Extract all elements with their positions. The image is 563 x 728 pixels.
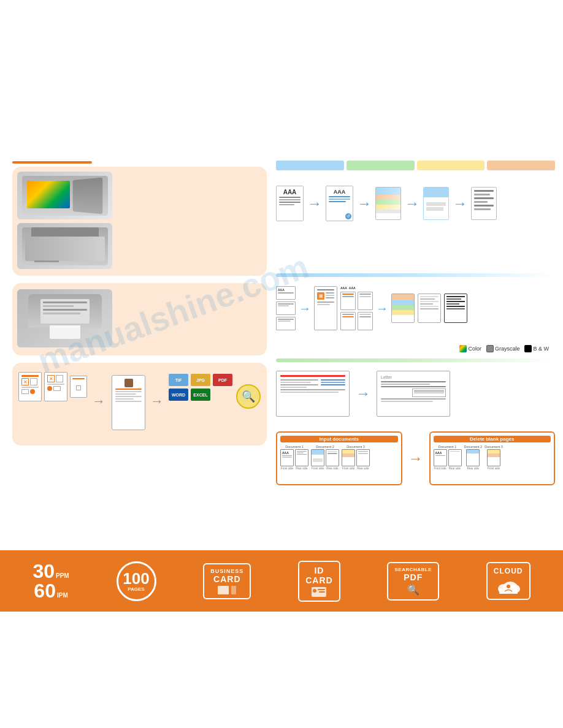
arrow-address: → [356,385,370,402]
format-icons: TIF JPG PDF WORD EXCEL [169,374,232,401]
adf-scanner-image [17,223,112,269]
arrow-mid-1: → [299,301,311,316]
right-band-2 [276,358,555,362]
color-bar-yellow [417,161,485,170]
id-card-line2: CARD [305,575,332,585]
pages-number: 100 [123,571,149,586]
result-page-bw [471,187,497,220]
arrow-right-2: → [357,195,372,212]
feature-bar: 30 PPM 60 IPM 100 PAGES BUSINESS CARD [0,550,563,612]
receipt-scanner-image [17,289,112,347]
svg-point-4 [507,585,510,588]
search-icon: 🔍 [236,384,261,409]
pages-unit: PAGES [128,586,144,592]
speed-feature: 30 PPM 60 IPM [33,561,69,601]
multi-doc-icons: ✕ ✕ [18,372,87,401]
cloud-label: CLOUD [494,567,523,575]
flatbed-scanner-image [17,172,112,219]
arrow-right-4: → [453,195,467,212]
business-card-line1: BUSINESS [210,568,243,574]
arrow-mid-2: → [376,301,388,316]
address-scan-diagram: → Letter [276,366,555,421]
arrow-input-delete: → [408,450,423,467]
processed-doc-1: AAA ↺ [326,186,353,221]
id-card-line1: ID [305,566,332,575]
color-bars-row [276,161,555,170]
right-band-1 [276,273,555,277]
arrow-right-1: → [307,195,322,212]
mid-right-diagram: AAA → ▦ [276,279,555,355]
merged-doc-icon [112,375,145,430]
orange-accent-bar [12,161,92,164]
panel-long-doc [12,283,267,355]
color-mode-labels: Color Grayscale B & W [459,345,549,352]
input-docs-title: Input documents [280,436,398,442]
input-delete-section: Input documents Document 1 AAA Front sid… [276,429,555,487]
speed-ipm-unit: IPM [57,592,68,599]
source-doc-1: AAA [276,186,304,221]
id-card-feature: ID CARD [298,561,340,602]
color-bar-green [347,161,415,170]
arrow-2: → [150,393,164,409]
arrow-right-3: → [405,195,419,212]
top-right-diagram: AAA → AAA ↺ → → [276,175,555,270]
panel-scanners [12,167,267,276]
panel-multiformat: ✕ ✕ → → TIF JPG PDF [12,363,267,446]
speed-60-number: 60 [34,581,56,601]
color-bar-orange [487,161,555,170]
speed-ppm-unit: PPM [56,572,69,579]
business-card-feature: BUSINESS CARD [203,563,251,599]
business-card-line2: CARD [210,574,243,584]
speed-30-number: 30 [33,561,55,581]
arrow-1: → [92,393,105,409]
delete-blank-title: Delete blank pages [434,436,551,442]
searchable-pdf-feature: SEARCHABLE PDF 🔍 [387,562,439,601]
searchable-line1: SEARCHABLE [394,567,432,572]
result-page-colored [375,187,401,220]
searchable-line2: PDF [394,572,432,582]
result-page-final [423,187,449,220]
pages-feature: 100 PAGES [117,561,156,601]
color-bar-blue [276,161,344,170]
cloud-feature: CLOUD [486,562,530,600]
cloud-icon [497,578,520,595]
